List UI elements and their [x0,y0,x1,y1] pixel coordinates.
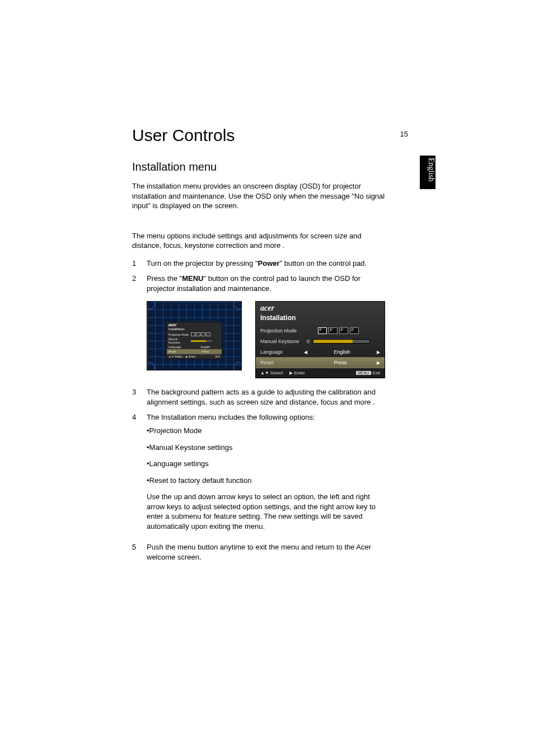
osd-brand: acer [256,302,385,314]
footer-exit: MENUExit [356,370,380,375]
step-item: 2 Press the "MENU" button on the control… [132,274,390,293]
intro-paragraph-2: The menu options include settings and ad… [132,231,390,251]
heading-user-controls: User Controls [132,126,390,145]
figures-row: acer Installation Projection Mode Manual… [147,301,390,378]
step-number: 1 [132,259,138,269]
projection-icon [318,327,327,334]
right-arrow-icon: ▶ [377,350,380,355]
bullet-item: •Manual Keystone settings [147,443,390,453]
right-arrow-icon: ▶ [377,360,380,365]
arrow-keys-paragraph: Use the up and down arrow keys to select… [147,492,390,531]
heading-installation-menu: Installation menu [132,161,390,173]
footer-enter: ▶ Enter [289,370,305,375]
osd-row-projection-mode: Projection Mode [256,325,385,336]
osd-row-reset: Reset Press ▶ [256,357,385,368]
keystone-value: 0 [304,339,310,344]
reset-value: Press [304,360,377,365]
language-value: English [307,349,377,355]
intro-paragraph-1: The installation menu provides an onscre… [132,181,390,211]
osd-row-manual-keystone: Manual Keystone 0 [256,336,385,346]
bullet-item: •Reset to factory default function [147,476,390,486]
step-number: 5 [132,542,138,562]
footer-select: ▲▼ Select [260,370,283,375]
bullet-item: •Projection Mode [147,426,390,436]
steps-list-1: 1 Turn on the projector by pressing "Pow… [132,259,390,294]
language-side-tab: English [420,156,435,189]
bullet-item: •Language settings [147,459,390,469]
step-number: 4 [132,412,138,537]
figure-pattern-screen: acer Installation Projection Mode Manual… [147,301,242,370]
step-text: Push the menu button anytime to exit the… [147,542,390,562]
options-bullets: •Projection Mode •Manual Keystone settin… [147,426,390,485]
projection-mode-icons [304,327,372,334]
projection-icon [339,327,348,334]
projection-icon [350,327,359,334]
step-text: The background pattern acts as a guide t… [147,387,390,407]
step-item: 3 The background pattern acts as a guide… [132,387,390,407]
osd-footer: ▲▼ Select ▶ Enter MENUExit [256,368,385,378]
figure-osd-detail: acer Installation Projection Mode Manual… [255,301,385,378]
step-item: 4 The Installation menu includes the fol… [132,412,390,537]
page-number: 15 [400,130,408,138]
projection-icon [329,327,338,334]
step-number: 3 [132,387,138,407]
step-number: 2 [132,274,138,293]
osd-title: Installation [256,314,385,325]
step-item: 5 Push the menu button anytime to exit t… [132,542,390,562]
step-item: 1 Turn on the projector by pressing "Pow… [132,259,390,269]
step-text: Press the "MENU" button on the control p… [147,274,390,293]
steps-list-2: 3 The background pattern acts as a guide… [132,387,390,562]
step-text: The Installation menu includes the follo… [147,412,390,537]
figure-mini-osd: acer Installation Projection Mode Manual… [166,322,222,359]
osd-row-language: Language ◀ English ▶ [256,346,385,357]
keystone-slider [313,339,370,344]
step-text: Turn on the projector by pressing "Power… [147,259,390,269]
